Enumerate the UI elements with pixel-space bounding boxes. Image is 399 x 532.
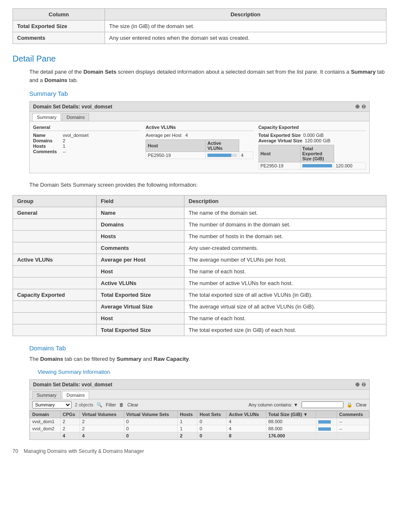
object-count: 2 objects <box>75 402 93 407</box>
field-hosts: Hosts <box>97 230 184 242</box>
total-host-sets: 0 <box>197 432 227 439</box>
field-host2: Host <box>97 312 184 324</box>
top-reference-table: Column Description Total Exported Size T… <box>13 8 386 44</box>
table-row: Capacity Exported Total Exported Size Th… <box>13 289 386 301</box>
host-sets: 0 <box>197 425 227 432</box>
panel-tabs[interactable]: Summary Domains <box>30 112 369 121</box>
cap-bar-cell <box>300 162 334 170</box>
domains-tab-domains[interactable]: Domains <box>62 391 89 399</box>
domains-toolbar: Summary Raw Capacity 2 objects 🔍 Filter … <box>30 399 369 411</box>
capacity-table: Host Total Exported Size (GiB) PE2950-19… <box>258 145 366 170</box>
desc-host2: The name of each host. <box>184 312 386 324</box>
panel-icons: ⊕ ⊖ <box>355 103 366 110</box>
table-row: Comments Any user entered notes when the… <box>13 32 386 44</box>
table-row: Total Exported Size The size (in GiB) of… <box>13 21 386 32</box>
column-filter-input[interactable] <box>302 401 343 408</box>
total-hosts: 2 <box>178 432 197 439</box>
col-host-sets: Host Sets <box>197 411 227 418</box>
table-row: Average Virtual Size The average virtual… <box>13 301 386 312</box>
domains-tab-heading: Domains Tab <box>29 344 386 352</box>
table-row: Total Exported Size The total exported s… <box>13 324 386 336</box>
desc-avg-virt: The average virtual size of all active V… <box>184 301 386 312</box>
clear-button[interactable]: Clear <box>127 402 138 407</box>
total-label <box>30 432 61 439</box>
col-description: Description <box>184 195 386 207</box>
group-capacity: Capacity Exported <box>13 289 97 301</box>
table-row: Active VLUNs The number of active VLUNs … <box>13 277 386 289</box>
col-domain: Domain <box>30 411 61 418</box>
field-avg-virt: Average Virtual Size <box>97 301 184 312</box>
group-general: General <box>13 207 97 218</box>
desc-active-vluns: The number of active VLUNs for each host… <box>184 277 386 289</box>
capacity-label: Capacity Exported <box>258 125 366 131</box>
total-comments <box>337 432 369 439</box>
col-virt-vol-sets: Virtual Volume Sets <box>124 411 177 418</box>
detail-pane-heading: Detail Pane <box>13 54 386 64</box>
col-desc: The size (in GiB) of the domain set. <box>105 21 386 32</box>
domains-table: Domain CPGs Virtual Volumes Virtual Volu… <box>30 411 369 439</box>
summary-info-table: Group Field Description General Name The… <box>13 195 386 336</box>
field-avg-host: Average per Host <box>97 254 184 265</box>
summary-panel: Domain Set Details: vvol_domset ⊕ ⊖ Summ… <box>29 101 370 173</box>
field-comments: Comments <box>97 242 184 254</box>
page-footer: 70 Managing Domains with Security & Doma… <box>13 448 386 454</box>
domains-tab-summary[interactable]: Summary <box>32 391 61 399</box>
col-header-description: Description <box>105 9 386 21</box>
col-name: Total Exported Size <box>13 21 105 32</box>
summary-info-text: The Domain Sets Summary screen provides … <box>29 181 386 189</box>
viewing-summary-heading: Viewing Summary Information <box>38 369 386 375</box>
vluns-host: PE2950-19 <box>146 152 206 159</box>
avg-per-host: Average per Host 4 <box>146 133 253 138</box>
total-virt-vol-sets: 0 <box>124 432 177 439</box>
totals-row: 4 4 0 2 0 8 176.000 <box>30 432 369 439</box>
active-vluns-section: Active VLUNs Average per Host 4 Host Act… <box>146 125 253 170</box>
table-row: Comments Any user-created comments. <box>13 242 386 254</box>
capacity-section: Capacity Exported Total Exported Size 0.… <box>258 125 366 170</box>
kv-total-exported: Total Exported Size 0.000 GiB <box>258 133 366 138</box>
group-empty <box>13 265 97 277</box>
desc-total-exp: The total exported size of all active VL… <box>184 289 386 301</box>
host-sets: 0 <box>197 418 227 425</box>
virt-vols: 2 <box>80 425 124 432</box>
footer-text: Managing Domains with Security & Domains… <box>24 448 144 454</box>
any-col-label: Any column contains: ▼ <box>248 402 298 407</box>
desc-host1: The name of each host. <box>184 265 386 277</box>
hosts: 1 <box>178 418 197 425</box>
domain-name: vvol_dom2 <box>30 425 61 432</box>
cpgs: 2 <box>60 418 79 425</box>
filter-button[interactable]: Filter <box>106 402 116 407</box>
group-empty <box>13 301 97 312</box>
desc-avg-host: The average number of VLUNs per host. <box>184 254 386 265</box>
col-comments: Comments <box>337 411 369 418</box>
active-vluns: 4 <box>227 425 266 432</box>
total-size: 88.000 <box>266 418 316 425</box>
total-active-vluns: 8 <box>227 432 266 439</box>
table-row: Hosts The number of hosts in the domain … <box>13 230 386 242</box>
col-bar <box>316 411 337 418</box>
domains-panel-tabs[interactable]: Summary Domains <box>30 390 369 399</box>
general-section: General Name vvol_domset Domains 2 Hosts… <box>33 125 141 170</box>
clear2-button[interactable]: Clear <box>356 402 367 407</box>
virt-vol-sets: 0 <box>124 418 177 425</box>
size-bar <box>316 425 337 432</box>
tab-summary[interactable]: Summary <box>32 113 61 121</box>
col-active-vluns: Active VLUNs <box>227 411 266 418</box>
desc-name: The name of the domain set. <box>184 207 386 218</box>
table-row: General Name The name of the domain set. <box>13 207 386 218</box>
field-total-exp2: Total Exported Size <box>97 324 184 336</box>
kv-comments: Comments -- <box>33 149 141 154</box>
cap-host: PE2950-19 <box>258 162 300 170</box>
domains-panel-title-bar: Domain Set Details: vvol_domset ⊕ ⊖ <box>30 380 369 390</box>
clear-icon: 🗑 <box>119 402 124 407</box>
vluns-value: 4 <box>239 152 253 159</box>
desc-hosts: The number of hosts in the domain set. <box>184 230 386 242</box>
total-bar <box>316 432 337 439</box>
total-size: 88.000 <box>266 425 316 432</box>
group-empty <box>13 218 97 230</box>
vluns-host-header: Host <box>146 140 206 152</box>
view-selector[interactable]: Summary Raw Capacity <box>32 401 72 409</box>
tab-domains[interactable]: Domains <box>62 113 89 121</box>
domains-panel-icons: ⊕ ⊖ <box>355 381 366 388</box>
active-vluns: 4 <box>227 418 266 425</box>
table-row: vvol_dom1 2 2 0 1 0 4 88.000 -- <box>30 418 369 425</box>
